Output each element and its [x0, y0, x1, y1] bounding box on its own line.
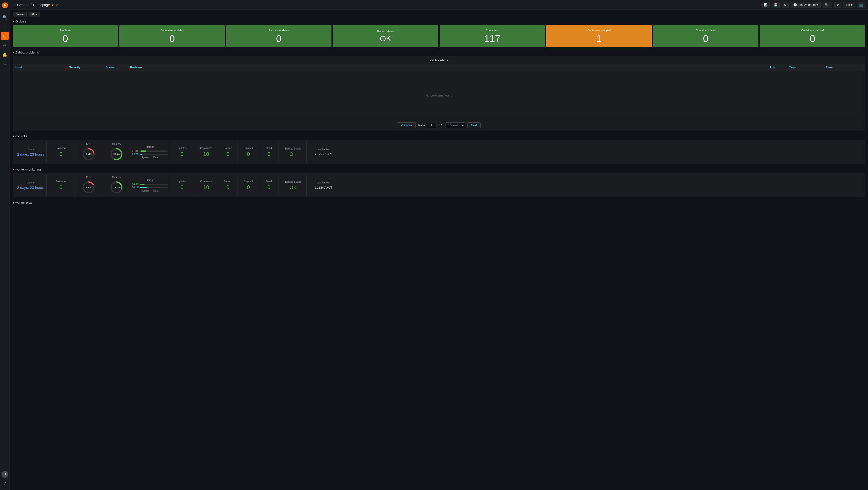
- problems-card-value: 0: [63, 34, 68, 44]
- wm-dead-value: 0: [267, 184, 270, 191]
- share-icon[interactable]: ⤢: [56, 3, 59, 7]
- containers-dead-card-value: 0: [703, 34, 708, 44]
- favorite-star-icon[interactable]: ★: [51, 3, 55, 7]
- controller-uptime-value: 2 days, 23 hours: [17, 152, 44, 156]
- controller-dead-label: Dead: [266, 147, 272, 149]
- sidebar-item-search[interactable]: 🔍: [1, 13, 9, 21]
- main-content: Server All ▾ ▾ Globals Problems 0 Contai…: [10, 10, 868, 208]
- worker-monitoring-section: ▾ worker-monitoring Uptime 2 days, 23 ho…: [13, 168, 865, 197]
- save-button[interactable]: 💾: [772, 2, 780, 8]
- chart-button[interactable]: 📊: [762, 2, 770, 8]
- controller-paused-label: Paused: [224, 147, 232, 149]
- worker-plex-section-header[interactable]: ▾ worker-plex: [13, 201, 865, 204]
- sidebar-item-explore[interactable]: ◎: [1, 41, 9, 49]
- controller-stopped-label: Stopped: [244, 147, 253, 149]
- controller-section-header[interactable]: ▾ controller: [13, 134, 865, 138]
- controller-cpu-cell: CPU 8.64%: [75, 142, 102, 163]
- breadcrumb-page[interactable]: Homepage: [33, 3, 50, 7]
- wm-cpu-label: CPU: [86, 176, 91, 178]
- containers-paused-card[interactable]: Containers paused 0: [760, 25, 865, 47]
- wm-storage-bars: 14.6% 26.1% System Data: [132, 183, 168, 192]
- chevron-down-icon-worker-plex: ▾: [13, 201, 14, 204]
- wm-uptime-label: Uptime: [27, 181, 35, 184]
- breadcrumb: ⊞ General / Homepage ★ ⤢: [13, 3, 762, 7]
- wm-backup-status-value: OK: [289, 185, 297, 190]
- refresh-interval-picker[interactable]: 1m ▾: [843, 2, 855, 8]
- settings-button[interactable]: ⚙: [782, 2, 789, 8]
- sidebar-item-alerts[interactable]: 🔔: [1, 51, 9, 58]
- zabbix-table-header: Host Severity Status Problem Ack Tags Ti…: [13, 64, 865, 71]
- controller-problems-cell: Problems 0: [48, 142, 74, 163]
- containers-updates-card-title: Containers updates: [160, 29, 184, 32]
- containers-card-title: Containers: [486, 29, 499, 32]
- problems-card[interactable]: Problems 0: [13, 25, 118, 47]
- page-label: Page: [418, 124, 425, 127]
- all-filter-label: All: [31, 13, 34, 16]
- controller-cpu-gauge: 8.64%: [82, 147, 96, 162]
- controller-memory-gauge: 55.8%: [110, 147, 124, 162]
- controller-storage-data-bar-container: [141, 154, 168, 155]
- breadcrumb-slash: /: [31, 3, 32, 7]
- time-picker[interactable]: 🕐 Last 24 hours ▾: [790, 2, 821, 8]
- previous-button[interactable]: Previous: [397, 122, 416, 128]
- tv-button[interactable]: 📺: [857, 2, 865, 8]
- controller-dead-cell: Dead 0: [259, 142, 279, 163]
- next-button[interactable]: Next: [467, 122, 481, 128]
- worker-monitoring-row: Uptime 2 days, 23 hours Problems 0 CPU 4…: [13, 173, 865, 197]
- backup-status-card-title: Backup status: [377, 30, 394, 33]
- controller-row: Uptime 2 days, 23 hours Problems 0 CPU 8…: [13, 140, 865, 164]
- controller-last-backup-label: Last backup: [317, 148, 330, 151]
- sidebar-item-dashboard[interactable]: ⊞: [1, 32, 9, 40]
- containers-updates-card[interactable]: Containers updates 0: [119, 25, 224, 47]
- backup-status-card-value: OK: [380, 35, 391, 42]
- globals-section-header[interactable]: ▾ Globals: [13, 20, 865, 23]
- containers-card[interactable]: Containers 117: [440, 25, 545, 47]
- wm-memory-cell: Memory 29.2%: [103, 175, 130, 196]
- wm-stopped-label: Stopped: [244, 180, 253, 183]
- containers-stopped-card[interactable]: Containers stopped 1: [546, 25, 651, 47]
- refresh-button[interactable]: ↻: [834, 2, 841, 8]
- containers-card-value: 117: [484, 34, 500, 44]
- wm-storage-system-label: System: [141, 189, 149, 192]
- wm-problems-label: Problems: [56, 180, 66, 183]
- wm-paused-value: 0: [226, 184, 229, 191]
- col-time: Time: [826, 66, 862, 69]
- breadcrumb-general[interactable]: General: [17, 3, 29, 7]
- wm-storage-system-bar: [141, 184, 144, 185]
- paquets-updates-card[interactable]: Paquets updates 0: [226, 25, 332, 47]
- wm-stopped-value: 0: [247, 184, 250, 191]
- logo-icon[interactable]: [1, 2, 8, 9]
- worker-monitoring-section-header[interactable]: ▾ worker-monitoring: [13, 168, 865, 171]
- controller-stopped-cell: Stopped 0: [239, 142, 258, 163]
- problems-card-title: Problems: [60, 29, 71, 32]
- chevron-down-icon-globals: ▾: [13, 20, 14, 23]
- controller-storage-label: Storage: [146, 146, 154, 148]
- chevron-down-icon: ▾: [816, 3, 818, 7]
- page-number-input[interactable]: [427, 123, 436, 128]
- sidebar-item-add[interactable]: ＋: [1, 23, 9, 31]
- controller-updates-label: Updates: [178, 147, 186, 149]
- controller-storage-data-label: Data: [153, 156, 158, 159]
- controller-paused-cell: Paused 0: [218, 142, 238, 163]
- backup-status-card[interactable]: Backup status OK: [333, 25, 438, 47]
- rows-per-page-select[interactable]: 10 rows 25 rows 50 rows: [445, 122, 465, 128]
- controller-storage-labels: System Data: [141, 156, 158, 159]
- no-problems-message: No problems found: [13, 71, 865, 120]
- controller-memory-value: 55.8%: [114, 153, 120, 155]
- wm-memory-gauge: 29.2%: [110, 180, 124, 195]
- wm-containers-cell: Containers 10: [195, 175, 217, 196]
- col-severity: Severity: [69, 66, 106, 69]
- wm-dead-label: Dead: [266, 180, 272, 183]
- wm-paused-label: Paused: [224, 180, 232, 183]
- containers-dead-card[interactable]: Containers dead 0: [653, 25, 758, 47]
- wm-storage-data-row: 26.1%: [132, 186, 168, 189]
- sidebar-item-settings[interactable]: ⚙: [1, 60, 9, 68]
- controller-cpu-label: CPU: [86, 143, 91, 145]
- all-filter-select[interactable]: All ▾: [29, 12, 39, 17]
- controller-problems-value: 0: [59, 151, 62, 157]
- zoom-out-button[interactable]: 🔍−: [823, 2, 832, 8]
- controller-backup-status-cell: Backup Status OK: [280, 142, 307, 163]
- zabbix-problems-section-header[interactable]: ▾ Zabbix problems: [13, 51, 865, 54]
- controller-updates-cell: Updates 0: [170, 142, 194, 163]
- wm-storage-data-label: Data: [153, 189, 158, 192]
